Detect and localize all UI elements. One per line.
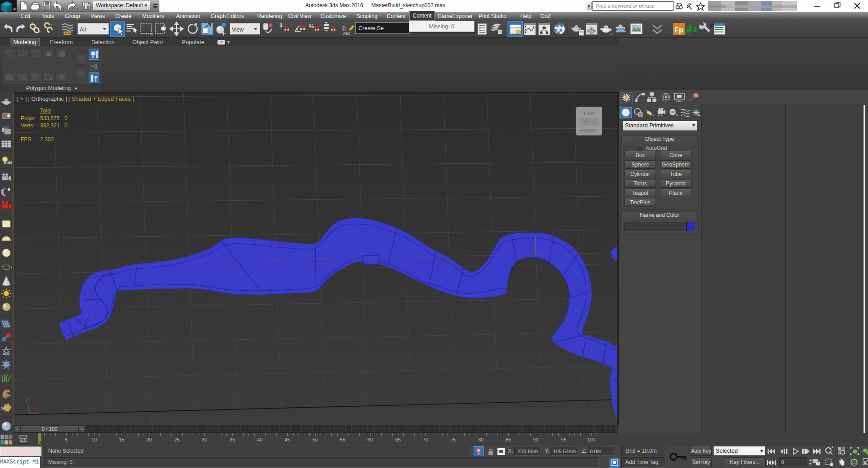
svg-text:2.300: 2.300 xyxy=(40,136,54,143)
svg-text:Polys:: Polys: xyxy=(21,115,36,122)
svg-text:Fp: Fp xyxy=(674,26,683,34)
svg-text:Create Se: Create Se xyxy=(358,25,384,32)
svg-text:HF: HF xyxy=(7,394,11,397)
svg-text:0: 0 xyxy=(64,115,68,122)
svg-text:*: * xyxy=(51,23,52,27)
svg-text:Total: Total xyxy=(40,108,51,114)
svg-text:ABC: ABC xyxy=(343,32,351,36)
svg-text:533,675: 533,675 xyxy=(40,115,60,122)
svg-text:All: All xyxy=(80,27,86,33)
svg-text:[ + ] [ Orthographic ] [ Shade: [ + ] [ Orthographic ] [ Shaded + Edged … xyxy=(17,96,134,102)
svg-text:0: 0 xyxy=(64,122,68,129)
svg-text:X: X xyxy=(34,406,37,411)
svg-text:382,321: 382,321 xyxy=(40,122,60,129)
svg-text:Verts:: Verts: xyxy=(21,122,35,129)
svg-text:FRONT: FRONT xyxy=(580,128,598,133)
svg-text:%: % xyxy=(309,23,314,30)
svg-text:0x: 0x xyxy=(1,407,5,410)
svg-text:FPS:: FPS: xyxy=(21,136,33,143)
svg-text:3: 3 xyxy=(280,22,283,29)
svg-text:View: View xyxy=(232,27,244,33)
svg-text:Z: Z xyxy=(26,398,28,403)
svg-text:{}: {} xyxy=(342,24,346,31)
svg-text:TOP: TOP xyxy=(583,111,595,116)
